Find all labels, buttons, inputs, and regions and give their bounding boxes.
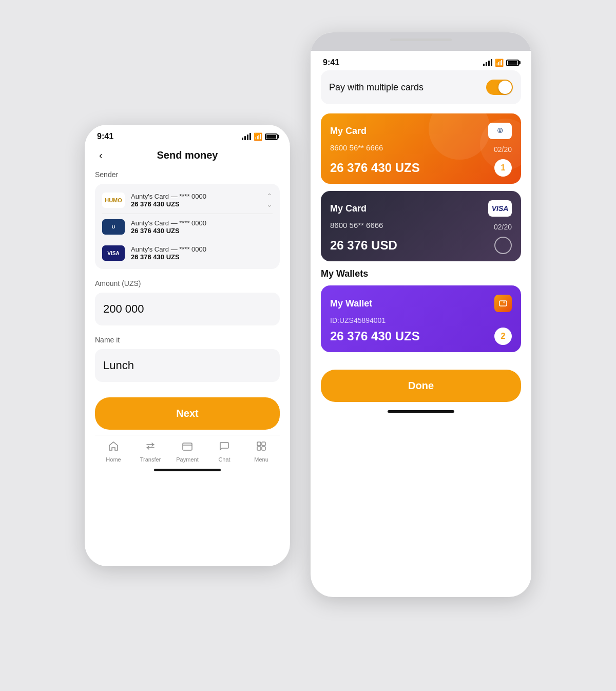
svg-rect-1 — [257, 442, 261, 446]
amount-section: Amount (UZS) 200 000 — [95, 279, 280, 325]
orange-card-balance: 26 376 430 UZS — [330, 161, 420, 175]
dark-card-number: 8600 56** 6666 — [330, 221, 383, 229]
dark-card-top: My Card VISA — [330, 200, 512, 217]
chat-icon — [219, 440, 230, 454]
uzcard-logo-right: Ⓤ — [497, 127, 503, 135]
bottom-nav: Home Transfer Payment Chat — [95, 435, 280, 465]
home-indicator-right — [388, 410, 454, 413]
status-time-right: 9:41 — [323, 58, 339, 67]
pay-toggle[interactable] — [486, 80, 513, 95]
nameit-section: Name it Lunch — [95, 336, 280, 382]
wallet-top: My Wallet — [330, 295, 512, 312]
dark-card-radio[interactable] — [494, 237, 512, 254]
uzcard-logo: U — [102, 219, 125, 235]
nameit-input[interactable]: Lunch — [95, 349, 280, 382]
card-info-1: Aunty's Card — **** 0000 26 376 430 UZS — [131, 219, 273, 235]
sender-card-visa[interactable]: VISA Aunty's Card — **** 0000 26 376 430… — [102, 240, 273, 266]
sender-card-uzcard[interactable]: U Aunty's Card — **** 0000 26 376 430 UZ… — [102, 214, 273, 240]
pay-toggle-label: Pay with multiple cards — [329, 82, 424, 93]
battery-icon — [265, 133, 278, 140]
nameit-value: Lunch — [103, 359, 134, 372]
wallet-id: ID:UZS45894001 — [330, 316, 512, 324]
left-phone-content: ‹ Send money Sender HUMO Aunty's Card — … — [85, 144, 290, 482]
orange-card-badge: 1 — [494, 159, 512, 177]
orange-card-logo-box: Ⓤ — [488, 123, 512, 139]
card-balance-1: 26 376 430 UZS — [131, 227, 273, 235]
sender-card-humo[interactable]: HUMO Aunty's Card — **** 0000 26 376 430… — [102, 187, 273, 214]
card-dark[interactable]: My Card VISA 8600 56** 6666 02/20 26 376… — [321, 191, 521, 261]
status-bar-right: 9:41 📶 — [311, 51, 531, 70]
pay-toggle-section: Pay with multiple cards — [321, 70, 521, 104]
amount-value: 200 000 — [103, 302, 144, 316]
nav-home[interactable]: Home — [98, 440, 129, 463]
transfer-label: Transfer — [140, 456, 161, 463]
orange-card-number: 8600 56** 6666 — [330, 143, 383, 152]
wallet-badge: 2 — [494, 328, 512, 345]
home-label: Home — [106, 456, 121, 463]
right-phone: 9:41 📶 Pay with multiple cards My Card Ⓤ — [311, 32, 531, 597]
card-name-1: Aunty's Card — **** 0000 — [131, 219, 273, 227]
amount-input[interactable]: 200 000 — [95, 293, 280, 325]
dark-card-name: My Card — [330, 203, 367, 214]
done-button[interactable]: Done — [321, 370, 521, 402]
right-phone-content: Pay with multiple cards My Card Ⓤ 8600 5… — [311, 70, 531, 425]
card-info-0: Aunty's Card — **** 0000 26 376 430 UZS — [131, 193, 266, 208]
expand-icon: ⌃⌄ — [266, 192, 273, 208]
menu-label: Menu — [254, 456, 268, 463]
wifi-icon: 📶 — [254, 132, 262, 141]
back-button[interactable]: ‹ — [95, 147, 107, 163]
payment-label: Payment — [176, 456, 198, 463]
sender-label: Sender — [95, 170, 280, 179]
dark-card-balance: 26 376 USD — [330, 238, 397, 253]
nav-chat[interactable]: Chat — [209, 440, 240, 463]
card-balance-0: 26 376 430 UZS — [131, 200, 266, 208]
wallet-balance: 26 376 430 UZS — [330, 329, 420, 343]
svg-rect-2 — [262, 442, 265, 446]
svg-rect-4 — [262, 447, 265, 450]
wallet-purple[interactable]: My Wallet ID:UZS45894001 26 376 430 UZS … — [321, 285, 521, 352]
nameit-label: Name it — [95, 336, 280, 344]
nav-header: ‹ Send money — [95, 144, 280, 170]
status-icons-right: 📶 — [483, 59, 519, 67]
nav-transfer[interactable]: Transfer — [135, 440, 166, 463]
status-bar-left: 9:41 📶 — [85, 125, 290, 144]
card-orange[interactable]: My Card Ⓤ 8600 56** 6666 02/20 26 376 43… — [321, 113, 521, 184]
status-time-left: 9:41 — [97, 132, 113, 141]
svg-rect-0 — [183, 443, 192, 450]
left-phone: 9:41 📶 ‹ Send money Sender HUMO — [85, 125, 290, 566]
battery-icon-right — [506, 60, 519, 66]
status-icons-left: 📶 — [242, 132, 278, 141]
dark-card-expiry: 02/20 — [494, 223, 512, 231]
card-name-0: Aunty's Card — **** 0000 — [131, 193, 266, 200]
dark-card-logo-box: VISA — [488, 200, 512, 217]
humo-logo: HUMO — [102, 193, 125, 208]
payment-icon — [182, 440, 193, 454]
visa-logo-right: VISA — [492, 204, 509, 213]
toggle-knob — [498, 81, 512, 94]
nav-menu[interactable]: Menu — [246, 440, 277, 463]
amount-label: Amount (UZS) — [95, 279, 280, 287]
menu-icon — [256, 440, 267, 454]
next-button[interactable]: Next — [95, 397, 280, 430]
orange-card-top: My Card Ⓤ — [330, 123, 512, 139]
svg-rect-5 — [499, 301, 507, 306]
wallets-section-label: My Wallets — [321, 268, 521, 279]
orange-card-expiry: 02/20 — [494, 145, 512, 153]
home-icon — [108, 440, 119, 454]
notch — [390, 39, 452, 41]
card-name-2: Aunty's Card — **** 0000 — [131, 245, 273, 253]
sender-card-list: HUMO Aunty's Card — **** 0000 26 376 430… — [95, 184, 280, 269]
signal-icon — [242, 133, 251, 140]
home-indicator-left — [154, 469, 221, 471]
page-title: Send money — [157, 149, 218, 161]
signal-icon-right — [483, 59, 492, 66]
wifi-icon-right: 📶 — [495, 59, 504, 67]
transfer-icon — [145, 440, 156, 454]
nav-payment[interactable]: Payment — [172, 440, 203, 463]
wallet-logo — [494, 295, 512, 312]
card-info-2: Aunty's Card — **** 0000 26 376 430 UZS — [131, 245, 273, 261]
orange-card-name: My Card — [330, 126, 367, 137]
chat-label: Chat — [218, 456, 230, 463]
visa-logo: VISA — [102, 245, 125, 261]
svg-rect-3 — [257, 447, 261, 450]
